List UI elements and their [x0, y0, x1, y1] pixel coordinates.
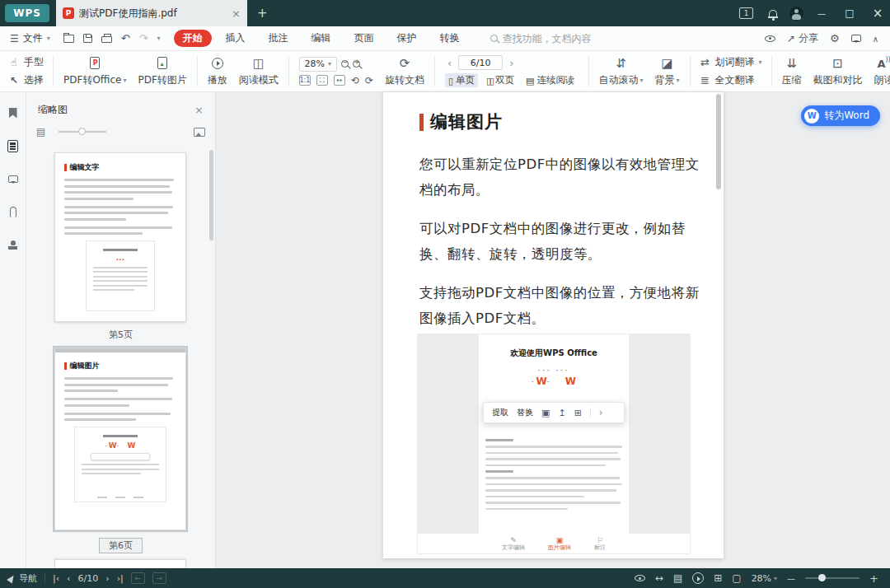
convert-to-word-button[interactable]: W 转为Word [801, 105, 880, 126]
hand-tool-button[interactable]: 手型 [8, 55, 44, 69]
menubar: 文件 开始 插入 批注 编辑 页面 保护 转换 [0, 26, 890, 51]
auto-scroll-button[interactable]: 自动滚动 [593, 53, 649, 91]
collapse-ribbon-icon[interactable] [873, 33, 878, 44]
user-avatar[interactable] [786, 7, 806, 21]
bookmarks-panel-button[interactable] [4, 104, 22, 122]
signature-panel-button[interactable] [4, 236, 22, 254]
page6-label[interactable]: 第6页 [26, 538, 215, 553]
open-file-icon[interactable] [63, 35, 74, 43]
window-switcher-icon[interactable]: 1 [739, 7, 753, 19]
select-tool-button[interactable]: 选择 [8, 73, 44, 87]
rotate-left-icon[interactable] [351, 75, 359, 86]
statusbar-zoom-dropdown[interactable]: 28% [752, 573, 777, 584]
zoom-combobox[interactable]: 28% [299, 57, 337, 72]
document-scrollbar[interactable] [715, 92, 722, 568]
zoom-out-button[interactable]: − [341, 60, 349, 68]
rotate-document-button[interactable]: 旋转文档 [379, 53, 430, 91]
read-aloud-button[interactable]: 朗读 [869, 53, 890, 91]
undo-icon[interactable] [121, 32, 130, 44]
zoom-out-icon[interactable] [787, 573, 795, 584]
full-screen-page-icon[interactable] [732, 572, 741, 584]
page5-label[interactable]: 第5页 [26, 329, 215, 341]
tab-close-icon[interactable] [232, 7, 241, 20]
maximize-button[interactable] [837, 0, 862, 26]
rotate-right-icon[interactable] [365, 75, 373, 86]
fit-page-button[interactable]: ⛶ [316, 75, 328, 86]
pdf-to-office-button[interactable]: PDF转Office [58, 53, 132, 91]
next-page-icon[interactable] [507, 57, 516, 69]
settings-gear-icon[interactable] [830, 32, 840, 44]
full-translate-button[interactable]: 全文翻译 [700, 73, 762, 87]
thumbnail-layout-icon[interactable] [36, 126, 45, 138]
search-input[interactable] [503, 33, 618, 44]
file-menu-button[interactable]: 文件 [7, 31, 54, 45]
autoplay-icon[interactable] [692, 572, 704, 584]
zoom-slider-knob[interactable] [818, 574, 826, 581]
actual-size-button[interactable]: 1:1 [299, 75, 311, 86]
save-icon[interactable] [83, 34, 92, 43]
word-translate-button[interactable]: 划词翻译 [700, 55, 762, 69]
last-page-icon[interactable] [117, 573, 124, 584]
zoom-in-button[interactable]: + [353, 60, 360, 68]
play-button[interactable]: 播放 [202, 53, 233, 91]
close-button[interactable] [865, 0, 890, 26]
thumbnails-panel-button[interactable] [4, 137, 22, 155]
panel-close-icon[interactable] [194, 104, 204, 116]
background-button[interactable]: 背景 [649, 53, 686, 91]
feedback-comment-icon[interactable] [851, 35, 861, 42]
double-page-mode-button[interactable]: 双页 [483, 73, 518, 87]
page-number-box[interactable]: 6/10 [458, 55, 503, 70]
document-view[interactable]: 编辑图片 您可以重新定位PDF中的图像以有效地管理文档的布局。 可以对PDF文档… [216, 92, 890, 568]
tab-protect[interactable]: 保护 [388, 30, 426, 47]
fit-width-icon[interactable] [655, 572, 663, 584]
compress-button[interactable]: 压缩 [776, 53, 808, 91]
previous-page-icon[interactable] [445, 57, 454, 69]
redo-icon[interactable] [139, 32, 148, 44]
document-tab[interactable]: 测试PDF使用指南.pdf [56, 0, 247, 26]
chevron-down-icon[interactable] [157, 35, 161, 42]
zoom-slider[interactable] [805, 577, 860, 579]
thumbnail-page-5[interactable]: 编辑文字 ··· [54, 152, 186, 322]
single-page-mode-button[interactable]: 单页 [445, 73, 478, 87]
zoom-in-icon[interactable] [869, 572, 878, 585]
previous-page-icon[interactable] [67, 573, 70, 584]
slider-knob[interactable] [78, 128, 86, 135]
new-tab-button[interactable] [257, 6, 268, 21]
next-page-icon[interactable] [105, 573, 109, 584]
navigation-button[interactable]: 导航 [8, 572, 37, 585]
tab-comment[interactable]: 批注 [260, 30, 297, 47]
chevron-down-icon [123, 77, 126, 84]
screenshot-compare-button[interactable]: 截图和对比 [808, 53, 869, 91]
tab-home[interactable]: 开始 [174, 30, 212, 47]
share-button[interactable]: 分享 [787, 31, 818, 45]
pdf-to-image-button[interactable]: PDF转图片 [132, 53, 192, 91]
thumbnail-size-slider[interactable] [59, 131, 106, 133]
scrollbar-thumb[interactable] [716, 94, 721, 189]
tab-convert[interactable]: 转换 [431, 30, 469, 47]
continuous-mode-button[interactable]: 连续阅读 [522, 73, 578, 87]
page-grid-icon[interactable] [714, 572, 722, 584]
tab-page[interactable]: 页面 [345, 30, 383, 47]
statusbar-page-indicator[interactable]: 6/10 [78, 573, 99, 584]
comments-panel-button[interactable] [4, 170, 22, 188]
single-page-view-icon[interactable] [673, 572, 682, 584]
image-size-icon[interactable] [194, 128, 205, 137]
search-box[interactable] [490, 33, 618, 44]
notification-bell-icon[interactable] [763, 10, 783, 17]
fit-width-button[interactable]: ↔ [334, 75, 345, 86]
eye-protect-icon[interactable] [635, 575, 645, 581]
print-icon[interactable] [101, 36, 112, 43]
eye-protect-icon[interactable] [765, 35, 775, 42]
thumbnail-page-7-partial[interactable] [54, 559, 186, 568]
tab-edit[interactable]: 编辑 [302, 30, 340, 47]
attachments-panel-button[interactable] [4, 203, 22, 221]
tab-insert[interactable]: 插入 [217, 30, 255, 47]
read-mode-button[interactable]: 阅读模式 [233, 53, 284, 91]
first-page-icon[interactable] [53, 573, 59, 584]
minimize-button[interactable] [809, 0, 834, 26]
wps-logo[interactable]: WPS [5, 4, 49, 22]
view-forward-button[interactable] [152, 572, 166, 584]
thumbnail-page-6[interactable]: 编辑图片 ·W· W [54, 348, 186, 530]
panel-scrollbar[interactable] [209, 150, 213, 240]
view-back-button[interactable] [131, 572, 145, 584]
